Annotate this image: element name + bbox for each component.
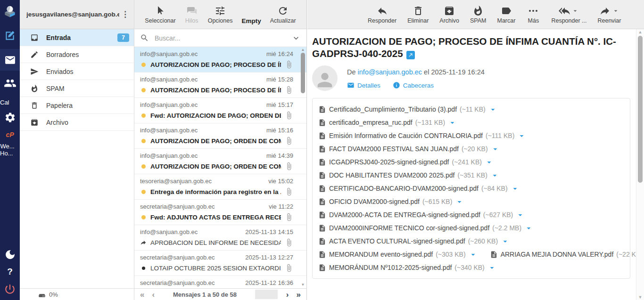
attachment-item[interactable]: DOC HABILITANTES DVAM2000 2025.pdf (~351… xyxy=(318,171,499,180)
attachment-item[interactable]: FACT DVAM2000 FESTIVAL SAN JUAN.pdf (~20… xyxy=(318,145,500,154)
eliminar-button[interactable]: Eliminar xyxy=(407,5,429,24)
toolbar-label: Archivo xyxy=(439,17,459,24)
nav-cpanel[interactable]: cP xyxy=(0,130,20,140)
chevron-down-icon[interactable] xyxy=(291,33,301,43)
archivo-button[interactable]: Archivo xyxy=(439,5,459,24)
attachment-item[interactable]: MEMORÁNDUM Nº1012-2025-signed.pdf (~340 … xyxy=(318,263,496,272)
attachment-item[interactable]: Emisión Informativo de Caución CONTRALOR… xyxy=(318,131,526,140)
attachment-item[interactable]: DVAM2000-ACTA DE ENTREGA-signed-signed.p… xyxy=(318,211,525,219)
account-menu-button[interactable]: ⋮ xyxy=(119,9,131,19)
empty-button[interactable]: Empty xyxy=(241,5,261,24)
attachment-name: MEMORANDUM evento-signed.pdf xyxy=(329,251,433,258)
refresh-icon xyxy=(277,5,289,16)
nav-calendar-label[interactable]: Cal xyxy=(0,99,20,106)
message-row[interactable]: info@sanjuan.gob.ec mié 15:17 Fwd: AUTOR… xyxy=(134,98,306,123)
caret-down-icon xyxy=(487,263,496,272)
nav-webmail-home-line1[interactable]: We... xyxy=(0,143,20,150)
marcar-button[interactable]: Marcar xyxy=(497,5,516,24)
cpanel-logo-icon: cP xyxy=(6,131,14,138)
scroll-up-icon[interactable]: ▲ xyxy=(300,48,305,52)
hilos-button[interactable]: Hilos xyxy=(185,5,199,24)
folder-item-borradores[interactable]: Borradores xyxy=(20,46,134,63)
first-page-button[interactable]: « xyxy=(140,291,144,299)
message-row[interactable]: info@sanjuan.gob.ec mié 15:28 AUTORIZACI… xyxy=(134,73,306,98)
unread-dot-icon xyxy=(141,190,146,194)
from-email-link[interactable]: info@sanjuan.gob.ec xyxy=(358,68,422,76)
compose-button[interactable] xyxy=(0,26,20,45)
seleccionar-button[interactable]: Seleccionar xyxy=(145,5,175,24)
toolbar-label: Responder ... xyxy=(551,17,586,24)
reading-pane: Responder Eliminar Archivo SPAM Marcar M… xyxy=(307,0,644,300)
folder-item-spam[interactable]: SPAM xyxy=(20,80,134,97)
attachment-size: (~627 KB) xyxy=(483,211,513,219)
inbox-icon xyxy=(30,33,39,42)
message-row[interactable]: tesoreria@sanjuan.gob.ec vie 15:02 Entre… xyxy=(134,174,306,200)
details-link[interactable]: Detalles xyxy=(347,81,380,89)
prev-page-button[interactable]: ‹ xyxy=(152,291,155,299)
pdf-icon xyxy=(318,145,326,153)
reader-scrollbar[interactable]: ▲ ▼ xyxy=(636,29,644,300)
folder-item-papelera[interactable]: Papelera xyxy=(20,97,134,114)
scroll-up-icon[interactable]: ▲ xyxy=(636,30,644,34)
opciones-button[interactable]: Opciones xyxy=(208,5,233,24)
m-s-button[interactable]: Más xyxy=(526,5,540,24)
nav-settings[interactable] xyxy=(0,108,20,127)
folder-item-enviados[interactable]: Enviados xyxy=(20,63,134,80)
attachment-name: ARRIAGA MEJIA DONNA VALERY.pdf xyxy=(501,251,614,258)
open-in-window-button[interactable] xyxy=(406,51,415,59)
message-row[interactable]: info@sanjuan.gob.ec 2025-11-13 14:15 APR… xyxy=(134,225,306,251)
message-row[interactable]: info@sanjuan.gob.ec mié 14:39 AUTORIZACI… xyxy=(134,149,306,174)
dark-mode-toggle[interactable] xyxy=(0,245,20,264)
sogo-logo[interactable] xyxy=(0,2,20,21)
logout-button[interactable] xyxy=(0,280,20,299)
toolbar-label: Responder xyxy=(368,17,396,24)
message-row[interactable]: info@sanjuan.gob.ec mié 16:24 AUTORIZACI… xyxy=(134,47,306,73)
last-page-button[interactable]: » xyxy=(297,291,301,299)
page-jump-input[interactable] xyxy=(255,290,278,299)
search-input[interactable] xyxy=(154,34,287,42)
caret-down-icon xyxy=(455,197,464,206)
forward-marker-icon xyxy=(140,239,147,246)
nav-mail[interactable] xyxy=(0,49,20,71)
message-row[interactable]: secretaria@sanjuan.gob.ec vie 11:22 Fwd:… xyxy=(134,200,306,225)
attachment-item[interactable]: OFICIO DVAM2000-signed.pdf (~615 KB) xyxy=(318,197,464,206)
attachment-item[interactable]: ACTA EVENTO CULTURAL-signed-signed.pdf (… xyxy=(318,237,510,246)
folder-item-entrada[interactable]: Entrada 7 xyxy=(20,29,134,46)
message-subject: AUTORIZACION DE PAGO; PROCESO DE ÍNFIMA … xyxy=(312,36,616,59)
nav-contacts[interactable] xyxy=(0,73,20,92)
people-icon xyxy=(4,77,17,89)
nav-webmail-home-line2[interactable]: Ho... xyxy=(0,150,20,157)
attachment-size: (~11 KB) xyxy=(460,105,486,113)
attachment-item[interactable]: MEMORANDUM evento-signed.pdf (~303 KB) xyxy=(318,250,478,259)
actualizar-button[interactable]: Actualizar xyxy=(270,5,296,24)
reenviar-button[interactable]: Reenviar xyxy=(597,5,621,24)
list-scrollbar-thumb[interactable] xyxy=(301,53,305,93)
attachment-item[interactable]: Certificado_Cumplimiento_Tributario (3).… xyxy=(318,105,497,114)
attachment-name: ICGADPRSJ040-2025-signed-signed.pdf xyxy=(329,158,449,166)
message-row[interactable]: info@sanjuan.gob.ec mié 15:16 AUTORIZACI… xyxy=(134,123,306,149)
folder-label: Enviados xyxy=(46,68,74,75)
attachment-item[interactable]: DVAM2000INFORME TECNICO cor-signed-signe… xyxy=(318,224,533,233)
attachment-item[interactable]: ICGADPRSJ040-2025-signed-signed.pdf (~24… xyxy=(318,158,494,167)
attachment-row: ACTA EVENTO CULTURAL-signed-signed.pdf (… xyxy=(318,235,624,248)
attachment-item[interactable]: ARRIAGA MEJIA DONNA VALERY.pdf (~22 KB) xyxy=(490,250,636,259)
spam-button[interactable]: SPAM xyxy=(470,5,487,24)
reader-scrollbar-thumb[interactable] xyxy=(638,36,643,183)
pdf-icon xyxy=(318,105,326,114)
responder-button[interactable]: Responder ... xyxy=(551,5,586,24)
folder-item-archivo[interactable]: Archivo xyxy=(20,114,134,131)
list-scrollbar[interactable]: ▲ ▼ xyxy=(300,48,305,287)
headers-link[interactable]: Cabeceras xyxy=(393,81,434,89)
message-subject: AUTORIZACION DE PAGO; PROCESO DE ÍN... xyxy=(150,87,281,94)
attachment-row: DVAM2000-ACTA DE ENTREGA-signed-signed.p… xyxy=(318,208,624,221)
scroll-down-icon[interactable]: ▼ xyxy=(300,283,305,287)
message-row[interactable]: secretaria@sanjuan.gob.ec 2025-11-12 16:… xyxy=(134,276,306,288)
attachment-item[interactable]: CERTIFICADO-BANCARIO-DVAM2000-signed.pdf… xyxy=(318,184,520,193)
message-row[interactable]: secretaria@sanjuan.gob.ec 2025-11-13 12:… xyxy=(134,251,306,276)
pdf-icon xyxy=(318,264,326,272)
attachment-item[interactable]: certificado_empresa_ruc.pdf (~131 KB) xyxy=(318,118,457,127)
next-page-button[interactable]: › xyxy=(286,291,289,299)
responder-button[interactable]: Responder xyxy=(368,5,396,24)
scroll-down-icon[interactable]: ▼ xyxy=(636,295,644,300)
help-button[interactable]: ? xyxy=(0,264,20,280)
